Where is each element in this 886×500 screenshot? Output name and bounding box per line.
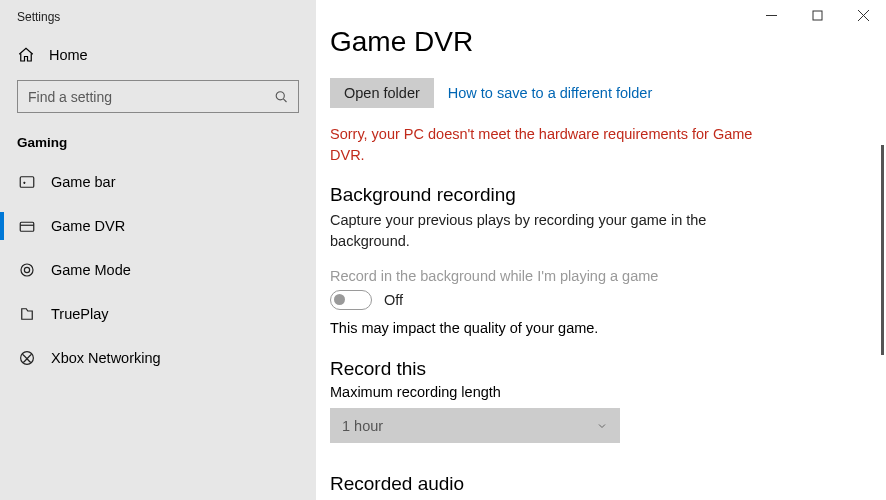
window-title: Settings: [0, 6, 316, 38]
recorded-audio-heading: Recorded audio: [330, 473, 846, 495]
folder-row: Open folder How to save to a different f…: [330, 78, 846, 108]
sidebar-nav: Game bar Game DVR Game Mode TruePlay: [0, 160, 316, 380]
background-impact-text: This may impact the quality of your game…: [330, 320, 846, 336]
open-folder-button[interactable]: Open folder: [330, 78, 434, 108]
sidebar-item-game-dvr[interactable]: Game DVR: [0, 204, 316, 248]
sidebar-home[interactable]: Home: [0, 38, 316, 74]
xbox-icon: [17, 349, 37, 367]
max-length-dropdown[interactable]: 1 hour: [330, 408, 620, 443]
search-wrap: [17, 80, 299, 113]
sidebar-item-trueplay[interactable]: TruePlay: [0, 292, 316, 336]
close-button[interactable]: [840, 0, 886, 30]
gamebar-icon: [17, 173, 37, 191]
window-controls: [748, 0, 886, 30]
sidebar-item-xbox-networking[interactable]: Xbox Networking: [0, 336, 316, 380]
scrollbar[interactable]: [881, 145, 884, 355]
svg-rect-1: [20, 177, 34, 188]
home-icon: [17, 46, 35, 64]
background-recording-desc: Capture your previous plays by recording…: [330, 210, 760, 252]
svg-point-3: [21, 264, 33, 276]
sidebar-section-label: Gaming: [0, 113, 316, 160]
record-this-heading: Record this: [330, 358, 846, 380]
sidebar-item-label: Game bar: [51, 174, 115, 190]
sidebar-item-label: Game Mode: [51, 262, 131, 278]
error-message: Sorry, your PC doesn't meet the hardware…: [330, 124, 770, 166]
background-toggle[interactable]: [330, 290, 372, 310]
sidebar-item-game-bar[interactable]: Game bar: [0, 160, 316, 204]
sidebar-item-game-mode[interactable]: Game Mode: [0, 248, 316, 292]
svg-point-4: [24, 267, 29, 272]
max-length-label: Maximum recording length: [330, 384, 846, 400]
svg-rect-6: [813, 11, 822, 20]
maximize-button[interactable]: [794, 0, 840, 30]
background-toggle-row: Off: [330, 290, 846, 310]
sidebar-item-label: Xbox Networking: [51, 350, 161, 366]
gamemode-icon: [17, 261, 37, 279]
page-title: Game DVR: [330, 26, 846, 58]
background-recording-heading: Background recording: [330, 184, 846, 206]
help-link[interactable]: How to save to a different folder: [448, 85, 652, 101]
chevron-down-icon: [596, 420, 608, 432]
sidebar: Settings Home Gaming Game bar: [0, 0, 316, 500]
dvr-icon: [17, 217, 37, 235]
max-length-value: 1 hour: [342, 418, 383, 434]
content-area: Game DVR Open folder How to save to a di…: [316, 0, 886, 500]
sidebar-item-label: TruePlay: [51, 306, 108, 322]
background-toggle-label: Record in the background while I'm playi…: [330, 268, 846, 284]
trueplay-icon: [17, 305, 37, 323]
sidebar-item-label: Game DVR: [51, 218, 125, 234]
background-toggle-state: Off: [384, 292, 403, 308]
search-input[interactable]: [17, 80, 299, 113]
sidebar-home-label: Home: [49, 47, 88, 63]
minimize-button[interactable]: [748, 0, 794, 30]
svg-rect-2: [20, 222, 34, 231]
